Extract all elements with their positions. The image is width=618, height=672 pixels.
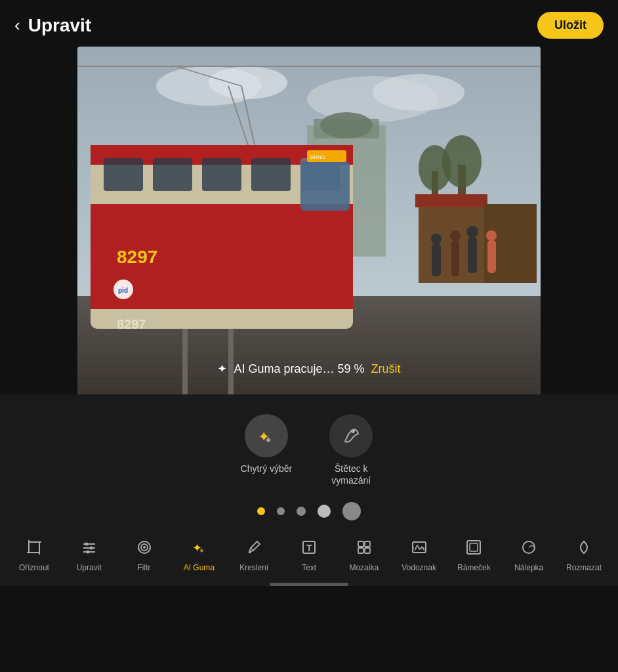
svg-rect-47 (451, 240, 459, 276)
smart-select-svg: ✦ ⌖ (255, 425, 278, 447)
erase-brush-svg (340, 425, 362, 447)
dot-5[interactable] (342, 502, 361, 520)
svg-rect-30 (202, 158, 241, 191)
toolbar-blur[interactable]: Rozmazat (561, 539, 607, 572)
dot-1[interactable] (257, 507, 265, 515)
svg-point-71 (143, 546, 146, 549)
svg-rect-31 (251, 158, 291, 191)
mosaic-label: Mozaika (349, 563, 379, 572)
ai-star-icon: ✦ (217, 362, 227, 376)
dots-pagination (0, 490, 618, 530)
svg-rect-84 (467, 541, 480, 554)
tool-erase-brush[interactable]: Štětec k vymazání (325, 414, 377, 486)
svg-point-46 (431, 234, 442, 244)
ai-guma-label: AI Guma (184, 563, 215, 572)
filter-label: Filtr (138, 563, 151, 572)
svg-text:pid: pid (118, 287, 128, 294)
page-title: Upravit (28, 15, 91, 36)
svg-rect-29 (153, 158, 192, 191)
svg-rect-49 (468, 237, 477, 273)
save-button[interactable]: Uložit (537, 12, 604, 39)
toolbar-draw[interactable]: Kreslení (231, 539, 277, 572)
svg-rect-58 (29, 542, 39, 553)
dot-2[interactable] (277, 507, 285, 515)
bottom-toolbar: Oříznout Upravit (0, 530, 618, 579)
svg-rect-78 (358, 541, 363, 547)
tools-area: ✦ ⌖ Chytrý výběr Štětec k vymazání (0, 394, 618, 586)
svg-rect-25 (91, 204, 353, 283)
tram-image: 8297 8297 pid BRNO (77, 47, 541, 394)
sticker-icon (520, 539, 537, 560)
svg-rect-85 (470, 543, 478, 551)
toolbar-mosaic[interactable]: Mozaika (341, 539, 387, 572)
dot-3[interactable] (297, 507, 306, 516)
svg-rect-33 (300, 161, 350, 211)
svg-point-57 (351, 429, 355, 433)
adjust-icon (81, 539, 98, 560)
toolbar-adjust[interactable]: Upravit (66, 539, 112, 572)
sticker-label: Nálepka (514, 563, 543, 572)
svg-point-66 (85, 543, 88, 546)
smart-select-label: Chytrý výběr (241, 463, 293, 474)
svg-point-67 (89, 547, 93, 550)
tool-icons-row: ✦ ⌖ Chytrý výběr Štětec k vymazání (0, 408, 618, 490)
toolbar-ai-guma[interactable]: ✦ ⌖ AI Guma (176, 539, 222, 572)
svg-rect-51 (487, 240, 496, 273)
toolbar-frame[interactable]: Rámeček (451, 539, 497, 572)
svg-rect-81 (365, 548, 370, 553)
adjust-label: Upravit (77, 563, 102, 572)
toolbar-watermark[interactable]: Vodoznak (396, 539, 442, 572)
svg-text:⌖: ⌖ (199, 546, 204, 555)
svg-point-52 (486, 230, 497, 241)
svg-point-7 (320, 112, 373, 138)
crop-label: Oříznout (19, 563, 49, 572)
ai-progress-overlay: ✦ AI Guma pracuje… 59 % Zrušit (217, 362, 400, 376)
text-label: Text (302, 563, 316, 572)
dot-4[interactable] (318, 505, 331, 518)
toolbar-crop[interactable]: Oříznout (11, 539, 57, 572)
header: ‹ Upravit Uložit (0, 0, 618, 47)
home-indicator (270, 583, 348, 586)
tool-smart-select[interactable]: ✦ ⌖ Chytrý výběr (241, 414, 293, 486)
svg-rect-28 (104, 158, 143, 191)
blur-icon (575, 539, 592, 560)
svg-point-48 (450, 230, 461, 241)
header-left: ‹ Upravit (14, 15, 91, 36)
mosaic-icon (356, 539, 373, 560)
ai-progress-text: AI Guma pracuje… 59 % (234, 362, 364, 376)
draw-icon (245, 539, 262, 560)
blur-label: Rozmazat (566, 563, 602, 572)
crop-icon (26, 539, 43, 560)
svg-point-11 (419, 145, 451, 191)
erase-brush-label: Štětec k vymazání (325, 463, 377, 486)
toolbar-sticker[interactable]: Nálepka (506, 539, 552, 572)
toolbar-filter[interactable]: Filtr (121, 539, 167, 572)
svg-point-4 (373, 74, 464, 111)
watermark-icon (411, 539, 428, 560)
svg-text:8297: 8297 (117, 317, 146, 331)
erase-brush-icon-circle (329, 414, 373, 457)
svg-text:BRNO: BRNO (310, 154, 325, 160)
svg-point-50 (466, 226, 478, 238)
svg-rect-43 (415, 194, 487, 207)
frame-icon (465, 539, 482, 560)
photo-canvas[interactable]: 8297 8297 pid BRNO ✦ AI Guma pracuje… 59… (77, 47, 541, 394)
svg-line-74 (251, 548, 253, 551)
svg-rect-45 (432, 243, 441, 276)
ai-guma-icon: ✦ ⌖ (190, 539, 207, 560)
svg-point-68 (86, 551, 89, 554)
frame-label: Rámeček (457, 563, 491, 572)
svg-point-2 (209, 66, 287, 99)
svg-text:T: T (306, 543, 312, 553)
svg-rect-80 (358, 548, 363, 553)
svg-rect-79 (365, 541, 370, 547)
draw-label: Kreslení (239, 563, 268, 572)
svg-text:⌖: ⌖ (266, 434, 271, 445)
svg-rect-82 (413, 542, 426, 553)
smart-select-icon-circle: ✦ ⌖ (245, 414, 288, 457)
filter-icon (136, 539, 153, 560)
text-icon: T (300, 539, 318, 560)
ai-cancel-button[interactable]: Zrušit (371, 362, 401, 376)
toolbar-text[interactable]: T Text (286, 539, 332, 572)
back-button[interactable]: ‹ (14, 15, 20, 35)
